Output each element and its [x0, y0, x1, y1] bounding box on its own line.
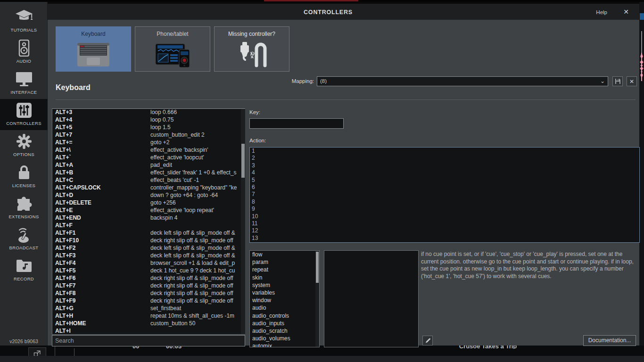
help-button[interactable]: Help — [596, 9, 607, 15]
shortcut-row[interactable]: ALT+G set_firstbeat — [52, 305, 245, 313]
shortcut-row[interactable]: ALT+D down ? goto +64 : goto -64 — [52, 192, 245, 199]
shortcut-row[interactable]: ALT+= goto +2 — [52, 139, 245, 147]
sidebar-item-controllers[interactable]: CONTROLLERS — [0, 99, 48, 130]
shortcut-row[interactable]: ALT+F9 deck right slip off & slip_mode o… — [52, 297, 245, 305]
search-input[interactable] — [52, 335, 245, 346]
tab-label: Missing controller? — [215, 31, 289, 37]
action-editor[interactable]: 1 2 3 4 5 6 7 8 9 10 11 12 — [249, 147, 640, 243]
shortcut-key: ALT+G — [55, 305, 149, 312]
category-item[interactable]: flow — [250, 251, 319, 258]
sidebar-item-extensions[interactable]: EXTENSIONS — [0, 192, 48, 223]
shortcut-list-scrollbar[interactable] — [241, 109, 245, 334]
shortcut-row[interactable]: ALT+3 loop 0.666 — [52, 109, 245, 116]
shortcut-row[interactable]: ALT+I — [52, 328, 245, 335]
category-item[interactable]: audio_controls — [250, 312, 319, 320]
shortcut-key: ALT+F3 — [55, 252, 149, 259]
shortcut-action: custom_button 50 — [150, 320, 243, 327]
sidebar-item-tutorials[interactable]: TUTORIALS — [0, 6, 48, 37]
shortcut-row[interactable]: ALT+HOME custom_button 50 — [52, 320, 245, 328]
category-list-scrollbar[interactable] — [315, 251, 319, 347]
tab-keyboard[interactable]: Keyboard — [56, 26, 131, 72]
shortcut-row[interactable]: ALT+7 custom_button_edit 2 — [52, 132, 245, 139]
shortcut-key: ALT+H — [55, 313, 149, 319]
shortcut-row[interactable]: ALT+H repeat 10ms & shift_all_cues -1m — [52, 313, 245, 320]
background-skin-sliver — [640, 13, 644, 20]
shortcut-row[interactable]: ALT+\ effect_active 'backspin' — [52, 147, 245, 154]
category-item[interactable]: audio_scratch — [250, 327, 319, 335]
category-item[interactable]: system — [250, 281, 319, 289]
shortcut-row[interactable]: ALT+B effect_slider 'freak' 1 +0 & effec… — [52, 169, 245, 177]
close-icon: ✕ — [623, 8, 629, 16]
shortcut-row[interactable]: ALT+F8 deck right slip off & slip_mode o… — [52, 290, 245, 297]
category-item[interactable]: param — [250, 258, 319, 266]
sidebar-item-interface[interactable]: INTERFACE — [0, 68, 48, 99]
category-item[interactable]: audio_inputs — [250, 320, 319, 327]
sidebar-item-audio[interactable]: AUDIO — [0, 37, 48, 68]
shortcut-key: ALT+F1 — [55, 230, 149, 236]
sidebar-item-record[interactable]: RECORD — [0, 255, 48, 286]
shortcut-row[interactable]: ALT+DELETE goto +256 — [52, 199, 245, 207]
category-item[interactable]: window — [250, 296, 319, 304]
sidebar-item-options[interactable]: OPTIONS — [0, 130, 48, 161]
save-mapping-button[interactable] — [612, 76, 623, 86]
line-number: 6 — [250, 184, 639, 191]
category-item[interactable]: automix — [250, 342, 319, 347]
tab-phone-tablet[interactable]: Phone/tablet — [135, 26, 210, 72]
shortcut-row[interactable]: ALT+5 loop 1.5 — [52, 124, 245, 132]
shortcut-row[interactable]: ALT+A pad_edit — [52, 162, 245, 169]
shortcut-row[interactable]: ALT+E effect_active 'loop repeat' — [52, 207, 245, 214]
category-item[interactable]: audio — [250, 304, 319, 312]
shortcut-action: deck left slip off & slip_mode off & — [150, 245, 243, 251]
category-item[interactable]: repeat — [250, 266, 319, 273]
category-item[interactable]: audio_volumes — [250, 335, 319, 342]
shortcut-row[interactable]: ALT+F5 deck 1 hot_cue 9 ? deck 1 hot_cu — [52, 267, 245, 275]
category-item[interactable]: variables — [250, 289, 319, 296]
sidebar-item-licenses[interactable]: LICENSES — [0, 161, 48, 192]
shortcut-key: ALT+F2 — [55, 245, 149, 251]
graduation-cap-icon — [0, 8, 48, 25]
delete-mapping-button[interactable]: ✕ — [627, 76, 637, 86]
scrollbar-thumb[interactable] — [241, 144, 245, 178]
shortcut-action: pad_edit — [150, 162, 243, 168]
action-value-list[interactable] — [324, 250, 419, 347]
shortcut-list[interactable]: ALT+3 loop 0.666 ALT+4 loop 0.75 ALT+5 l… — [52, 108, 245, 335]
shortcut-row[interactable]: ALT+CAPSLOCK controller_mapping "keyboar… — [52, 184, 245, 192]
shortcut-key: ALT+C — [55, 177, 149, 183]
shortcut-row[interactable]: ALT+4 loop 0.75 — [52, 116, 245, 124]
tab-missing-controller[interactable]: Missing controller? — [214, 26, 289, 72]
shortcut-row[interactable]: ALT+F10 deck right slip off & slip_mode … — [52, 237, 245, 245]
edit-action-button[interactable] — [422, 336, 433, 346]
line-number: 3 — [250, 162, 639, 169]
shortcut-action: effect_active 'loopcut' — [150, 154, 243, 161]
chevron-down-icon: ⌄ — [600, 77, 605, 86]
sidebar-item-label: AUDIO — [0, 58, 48, 64]
line-number: 10 — [250, 213, 639, 220]
mapping-label: Mapping: — [267, 78, 314, 84]
save-icon — [615, 78, 621, 84]
documentation-button[interactable]: Documentation... — [583, 335, 636, 346]
mapping-dropdown[interactable]: (8) ⌄ — [317, 76, 608, 86]
sidebar-item-broadcast[interactable]: BROADCAST — [0, 223, 48, 255]
line-number: 5 — [250, 177, 639, 184]
action-category-list[interactable]: flow param repeat skin system variables … — [249, 250, 320, 347]
shortcut-key: ALT+\ — [55, 147, 149, 153]
tab-label: Keyboard — [56, 31, 131, 37]
shortcut-row[interactable]: ALT+END backspin 4 — [52, 214, 245, 222]
shortcut-row[interactable]: ALT+F4 browser_scroll +1 & load & edit_p — [52, 260, 245, 267]
shortcut-row[interactable]: ALT+` effect_active 'loopcut' — [52, 154, 245, 162]
category-item[interactable]: skin — [250, 274, 319, 281]
shortcut-row[interactable]: ALT+C effect_beats 'cut' -1 — [52, 177, 245, 184]
shortcut-row[interactable]: ALT+F2 deck left slip off & slip_mode of… — [52, 245, 245, 252]
shortcut-row[interactable]: ALT+F6 deck right slip off & slip_mode o… — [52, 275, 245, 282]
shortcut-action: deck right slip off & slip_mode off — [150, 290, 243, 296]
close-dialog-button[interactable]: ✕ — [623, 8, 629, 16]
shortcut-key: ALT+F8 — [55, 290, 149, 296]
shortcut-action: loop 0.666 — [150, 109, 243, 115]
shortcut-row[interactable]: ALT+F7 deck right slip off & slip_mode o… — [52, 282, 245, 290]
key-input[interactable] — [249, 118, 344, 129]
shortcut-row[interactable]: ALT+F3 deck left slip off & slip_mode of… — [52, 252, 245, 260]
shortcut-row[interactable]: ALT+F — [52, 222, 245, 230]
shortcut-row[interactable]: ALT+F1 deck left slip off & slip_mode of… — [52, 230, 245, 237]
shortcut-key: ALT+= — [55, 139, 149, 146]
scrollbar-thumb[interactable] — [316, 252, 319, 283]
